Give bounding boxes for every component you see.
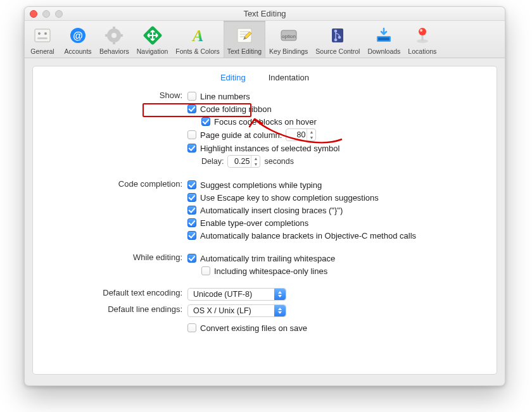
preferences-toolbar: General @ Accounts Behaviors Navigation [25,21,505,58]
checkbox-balance-brackets[interactable] [187,231,196,240]
select-line-endings[interactable]: OS X / Unix (LF) [187,304,286,317]
row-endings: Default line endings: OS X / Unix (LF) [47,304,483,334]
text-code-folding: Code folding ribbon [200,104,272,114]
text-page-guide: Page guide at column: [200,130,282,140]
stepper-value: 0.25 [234,157,250,166]
toolbar-label: General [30,47,54,55]
toolbar-text-editing[interactable]: Text Editing [224,21,265,58]
minimize-window-button[interactable] [42,10,50,18]
stepper-value: 80 [296,130,305,139]
checkbox-highlight-symbol[interactable] [187,144,196,153]
panel-background: Editing Indentation Show: Line numbers [25,58,505,382]
settings-panel: Editing Indentation Show: Line numbers [32,66,497,375]
general-icon [32,25,53,46]
svg-text:A: A [191,27,203,45]
fonts-colors-icon: A [187,25,208,46]
toolbar-accounts[interactable]: @ Accounts [60,21,96,58]
toolbar-label: Source Control [315,47,360,55]
accounts-icon: @ [67,25,89,46]
text-convert: Convert existing files on save [200,323,307,333]
close-window-button[interactable] [30,10,37,18]
label-encoding: Default text encoding: [47,287,187,297]
svg-rect-20 [332,28,343,42]
checkbox-suggest-completions[interactable] [187,180,196,189]
checkbox-escape-completions[interactable] [187,193,196,202]
subtab-editing[interactable]: Editing [220,73,246,82]
text-trim: Automatically trim trailing whitespace [200,254,335,263]
toolbar-label: Accounts [64,47,91,55]
label-endings: Default line endings: [47,304,187,314]
form-area: Show: Line numbers Code folding ribbon [33,90,497,334]
checkbox-type-over[interactable] [187,218,196,227]
checkbox-page-guide[interactable] [187,130,196,139]
checkbox-trim-whitespace[interactable] [187,254,196,263]
text-suggest: Suggest completions while typing [200,180,322,190]
toolbar-behaviors[interactable]: Behaviors [96,21,133,58]
source-control-icon [327,25,348,46]
text-highlight-symbol: Highlight instances of selected symbol [200,144,339,153]
svg-point-28 [419,28,426,35]
toolbar-source-control[interactable]: Source Control [312,21,364,58]
checkbox-ws-only-lines[interactable] [201,266,210,275]
label-completion: Code completion: [47,178,187,189]
text-closing: Automatically insert closing braces ("}"… [200,206,343,215]
label-delay: Delay: [201,157,224,166]
checkbox-convert-files[interactable] [187,323,196,332]
stepper-delay[interactable]: 0.25 ▲▼ [227,155,260,168]
select-value: Unicode (UTF-8) [193,290,252,299]
text-ws-only: Including whitespace-only lines [214,266,327,276]
toolbar-locations[interactable]: Locations [404,21,440,58]
toolbar-label: Text Editing [227,47,262,55]
checkbox-code-folding[interactable] [187,104,196,113]
text-escape: Use Escape key to show completion sugges… [200,193,379,203]
toolbar-label: Key Bindings [269,47,308,55]
text-typeover: Enable type-over completions [200,218,308,228]
text-line-numbers: Line numbers [200,92,250,101]
select-arrows-icon [274,289,286,300]
svg-point-22 [335,39,337,41]
row-show: Show: Line numbers Code folding ribbon [47,90,483,168]
checkbox-focus-hover[interactable] [201,117,210,126]
svg-point-7 [111,33,117,38]
toolbar-navigation[interactable]: Navigation [133,21,172,58]
row-encoding: Default text encoding: Unicode (UTF-8) [47,287,483,301]
text-balance: Automatically balance brackets in Object… [200,231,416,240]
key-bindings-icon: option [278,25,300,46]
svg-text:@: @ [73,30,83,41]
checkbox-closing-braces[interactable] [187,206,196,215]
navigation-icon [142,25,163,46]
svg-rect-10 [105,34,109,37]
stepper-page-guide-column[interactable]: 80 ▲▼ [286,128,316,141]
toolbar-general[interactable]: General [25,21,60,58]
svg-point-1 [38,32,41,35]
behaviors-icon [103,25,125,46]
preferences-window: Text Editing General @ Accounts Behavio [24,6,505,386]
checkbox-line-numbers[interactable] [187,92,196,101]
label-show: Show: [47,90,187,100]
select-encoding[interactable]: Unicode (UTF-8) [187,288,286,301]
window-title: Text Editing [25,9,505,18]
svg-point-29 [420,29,422,32]
zoom-window-button[interactable] [55,10,63,18]
subtab-indentation[interactable]: Indentation [269,73,309,82]
svg-point-23 [339,36,341,38]
svg-text:option: option [282,34,296,39]
locations-icon [412,25,433,46]
toolbar-fonts-colors[interactable]: A Fonts & Colors [172,21,223,58]
select-value: OS X / Unix (LF) [193,306,251,315]
toolbar-label: Navigation [137,47,168,55]
svg-rect-25 [378,37,390,41]
svg-rect-9 [113,41,115,44]
downloads-icon [373,25,395,46]
stepper-arrows-icon: ▲▼ [251,156,260,167]
row-code-completion: Code completion: Suggest completions whi… [47,178,483,242]
label-seconds: seconds [264,157,294,166]
toolbar-downloads[interactable]: Downloads [364,21,404,58]
text-focus-hover: Focus code blocks on hover [214,117,317,127]
stepper-arrows-icon: ▲▼ [307,129,315,140]
svg-rect-3 [37,37,48,39]
subtab-row: Editing Indentation [33,73,497,82]
toolbar-key-bindings[interactable]: option Key Bindings [265,21,312,58]
row-while-editing: While editing: Automatically trim traili… [47,252,483,277]
window-traffic-lights [30,10,63,18]
